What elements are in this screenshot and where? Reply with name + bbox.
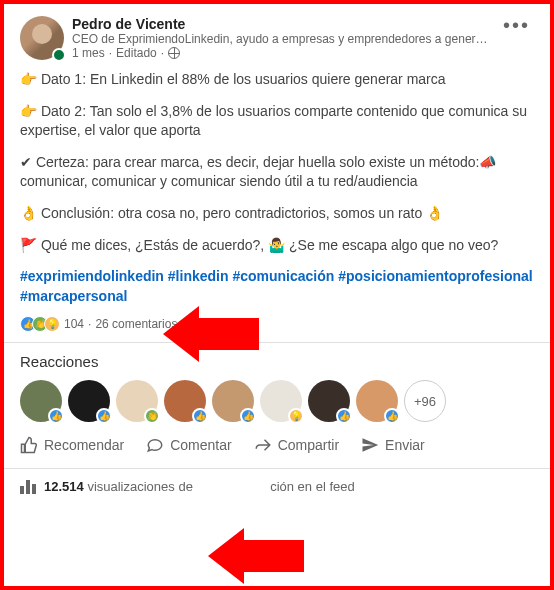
action-label: Comentar: [170, 437, 231, 453]
hashtag[interactable]: #linkedin: [168, 268, 229, 284]
post-age: 1 mes: [72, 46, 105, 60]
action-label: Enviar: [385, 437, 425, 453]
reactor-avatar[interactable]: 👍: [20, 380, 62, 422]
annotation-arrow: [199, 318, 259, 350]
reaction-badge-icon: 👍: [192, 408, 208, 424]
share-icon: [254, 436, 272, 454]
reactor-avatars: 👍👍👏👍👍💡👍👍+96: [20, 380, 534, 422]
divider: [4, 468, 550, 469]
post-line: 👌 Conclusión: otra cosa no, pero contrad…: [20, 204, 534, 224]
post-line: ✔ Certeza: para crear marca, es decir, d…: [20, 153, 534, 192]
reactor-avatar[interactable]: 👍: [164, 380, 206, 422]
presence-dot: [52, 48, 66, 62]
views-row[interactable]: 12.514 visualizaciones de ción en el fee…: [20, 479, 534, 494]
reactor-avatar[interactable]: 👍: [212, 380, 254, 422]
reaction-badge-icon: 💡: [288, 408, 304, 424]
action-label: Recomendar: [44, 437, 124, 453]
comment-button[interactable]: Comentar: [146, 436, 231, 454]
globe-icon: [168, 47, 180, 59]
reactor-avatar[interactable]: 👏: [116, 380, 158, 422]
hashtags: #exprimiendolinkedin #linkedin #comunica…: [20, 267, 534, 306]
share-button[interactable]: Compartir: [254, 436, 339, 454]
divider: [4, 342, 550, 343]
annotation-arrow: [244, 540, 304, 572]
author-name[interactable]: Pedro de Vicente: [72, 16, 491, 32]
post-edited: Editado: [116, 46, 157, 60]
views-label-tail: ción en el feed: [270, 479, 355, 494]
hashtag[interactable]: #exprimiendolinkedin: [20, 268, 164, 284]
author-subtitle: CEO de ExprimiendoLinkedin, ayudo a empr…: [72, 32, 491, 46]
comment-icon: [146, 436, 164, 454]
hashtag[interactable]: #posicionamientoprofesional: [338, 268, 532, 284]
bars-icon: [20, 480, 36, 494]
reaction-badge-icon: 👍: [336, 408, 352, 424]
views-count: 12.514: [44, 479, 84, 494]
reactor-avatar[interactable]: 💡: [260, 380, 302, 422]
reaction-badge-icon: 👍: [240, 408, 256, 424]
reaction-icons: 👍 👏 💡: [20, 316, 60, 332]
more-reactors-button[interactable]: +96: [404, 380, 446, 422]
reaction-badge-icon: 👍: [48, 408, 64, 424]
reactions-title: Reacciones: [20, 353, 534, 370]
recommend-button[interactable]: Recomendar: [20, 436, 124, 454]
thumbs-up-icon: [20, 436, 38, 454]
reactor-avatar[interactable]: 👍: [308, 380, 350, 422]
send-button[interactable]: Enviar: [361, 436, 425, 454]
reaction-badge-icon: 👍: [384, 408, 400, 424]
more-options-button[interactable]: •••: [499, 16, 534, 34]
sep: ·: [88, 317, 91, 331]
post-line: 👉 Dato 2: Tan solo el 3,8% de los usuari…: [20, 102, 534, 141]
post-line: 🚩 Qué me dices, ¿Estás de acuerdo?, 🤷‍♂️…: [20, 236, 534, 256]
action-label: Compartir: [278, 437, 339, 453]
views-label: visualizaciones de: [84, 479, 193, 494]
reaction-badge-icon: 👍: [96, 408, 112, 424]
send-icon: [361, 436, 379, 454]
hashtag[interactable]: #marcapersonal: [20, 288, 127, 304]
author-avatar[interactable]: [20, 16, 64, 60]
reactor-avatar[interactable]: 👍: [356, 380, 398, 422]
post-body: 👉 Dato 1: En Linkedin el 88% de los usua…: [20, 70, 534, 255]
post-line: 👉 Dato 1: En Linkedin el 88% de los usua…: [20, 70, 534, 90]
reaction-count: 104: [64, 317, 84, 331]
hashtag[interactable]: #comunicación: [232, 268, 334, 284]
post-meta: 1 mes · Editado ·: [72, 46, 491, 60]
reactor-avatar[interactable]: 👍: [68, 380, 110, 422]
reaction-summary[interactable]: 👍 👏 💡 104 · 26 comentarios: [20, 316, 534, 332]
insightful-icon: 💡: [44, 316, 60, 332]
reaction-badge-icon: 👏: [144, 408, 160, 424]
action-bar: Recomendar Comentar Compartir Enviar: [20, 436, 534, 454]
